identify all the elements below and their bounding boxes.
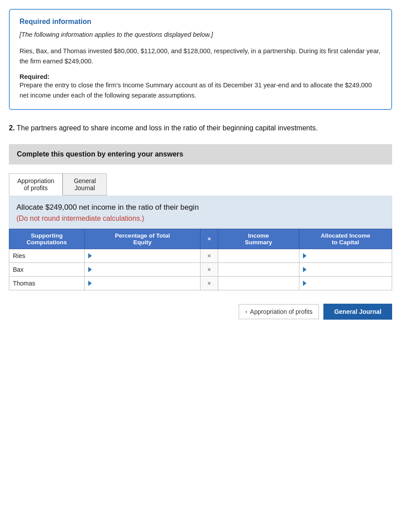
general-journal-button-label: General Journal	[334, 308, 381, 315]
allocate-header: Allocate $249,000 net income in the rati…	[9, 196, 392, 229]
table-row-ries: Ries ×	[9, 249, 392, 262]
appropriation-of-profits-button[interactable]: ‹ Appropriation of profits	[239, 304, 319, 319]
bax-allocated-cell[interactable]	[299, 262, 392, 276]
thomas-mult: ×	[200, 276, 218, 290]
ries-income-input[interactable]	[222, 251, 295, 260]
row-label-ries: Ries	[9, 249, 85, 262]
required-label: Required:	[20, 73, 50, 80]
question-2-text: The partners agreed to share income and …	[17, 124, 318, 132]
tabs-row: Appropriationof profits GeneralJournal	[9, 173, 392, 196]
ries-percentage-input[interactable]	[94, 251, 197, 260]
thomas-percentage-input[interactable]	[94, 279, 197, 288]
th-multiplier: ×	[200, 229, 218, 249]
complete-banner: Complete this question by entering your …	[9, 144, 392, 164]
row-label-bax: Bax	[9, 262, 85, 276]
thomas-allocated-triangle	[303, 281, 307, 286]
required-info-title: Required information	[20, 18, 381, 26]
ries-allocated-input[interactable]	[308, 251, 388, 260]
bax-percentage-input[interactable]	[94, 265, 197, 274]
ries-percentage-triangle	[88, 253, 92, 258]
nav-buttons: ‹ Appropriation of profits General Journ…	[9, 304, 392, 320]
required-info-box: Required information [The following info…	[9, 9, 392, 110]
thomas-income-input[interactable]	[222, 279, 295, 288]
thomas-allocated-cell[interactable]	[299, 276, 392, 290]
thomas-percentage-triangle	[88, 281, 92, 286]
ries-percentage-cell[interactable]	[84, 249, 200, 262]
thomas-income-cell[interactable]	[218, 276, 299, 290]
thomas-allocated-input[interactable]	[308, 279, 388, 288]
question-2-number: 2.	[9, 124, 15, 132]
thomas-percentage-cell[interactable]	[84, 276, 200, 290]
ries-allocated-triangle	[303, 253, 307, 258]
tab-appropriation-of-profits[interactable]: Appropriationof profits	[9, 173, 63, 196]
th-income-summary: IncomeSummary	[218, 229, 299, 249]
required-info-body: Ries, Bax, and Thomas invested $80,000, …	[20, 46, 381, 66]
tab-general-journal[interactable]: GeneralJournal	[63, 173, 107, 196]
th-allocated-income: Allocated Incometo Capital	[299, 229, 392, 249]
bax-income-cell[interactable]	[218, 262, 299, 276]
required-info-italic: [The following information applies to th…	[20, 30, 381, 40]
bax-income-input[interactable]	[222, 265, 295, 274]
question-2-section: 2. The partners agreed to share income a…	[9, 122, 392, 134]
complete-banner-text: Complete this question by entering your …	[17, 150, 183, 158]
table-row-thomas: Thomas ×	[9, 276, 392, 290]
bax-mult: ×	[200, 262, 218, 276]
bax-percentage-triangle	[88, 267, 92, 272]
required-info-required-body: Prepare the entry to close the firm's In…	[20, 80, 381, 101]
row-label-thomas: Thomas	[9, 276, 85, 290]
chevron-left-icon: ‹	[245, 308, 247, 315]
th-percentage-equity: Percentage of TotalEquity	[84, 229, 200, 249]
bax-allocated-triangle	[303, 267, 307, 272]
ries-income-cell[interactable]	[218, 249, 299, 262]
table-row-bax: Bax ×	[9, 262, 392, 276]
th-supporting-computations: SupportingComputations	[9, 229, 85, 249]
general-journal-button[interactable]: General Journal	[323, 304, 392, 320]
allocate-header-main: Allocate $249,000 net income in the rati…	[16, 202, 385, 213]
bax-allocated-input[interactable]	[308, 265, 388, 274]
bax-percentage-cell[interactable]	[84, 262, 200, 276]
ries-allocated-cell[interactable]	[299, 249, 392, 262]
computations-table: SupportingComputations Percentage of Tot…	[9, 229, 392, 290]
ries-mult: ×	[200, 249, 218, 262]
do-not-round-text: (Do not round intermediate calculations.…	[16, 213, 385, 224]
appropriation-button-label: Appropriation of profits	[250, 308, 313, 315]
